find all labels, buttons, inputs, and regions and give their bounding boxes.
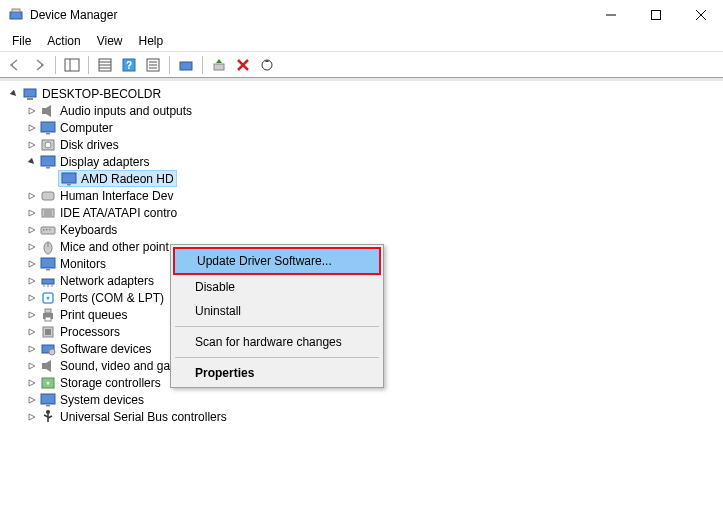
speaker-icon bbox=[40, 358, 56, 374]
svg-rect-64 bbox=[46, 405, 50, 407]
update-driver-button[interactable] bbox=[175, 54, 197, 76]
chevron-right-icon[interactable] bbox=[26, 292, 38, 304]
menu-help[interactable]: Help bbox=[131, 31, 172, 51]
chevron-down-icon[interactable] bbox=[26, 156, 38, 168]
tree-node-label: Disk drives bbox=[60, 138, 119, 152]
disk-icon bbox=[40, 137, 56, 153]
tree-root-label: DESKTOP-BECOLDR bbox=[42, 87, 161, 101]
minimize-button[interactable] bbox=[588, 0, 633, 30]
tree-leaf-selected[interactable]: AMD Radeon HD bbox=[8, 170, 723, 187]
ctx-disable[interactable]: Disable bbox=[173, 275, 381, 299]
uninstall-button[interactable] bbox=[232, 54, 254, 76]
chevron-right-icon[interactable] bbox=[26, 224, 38, 236]
monitor-icon bbox=[40, 120, 56, 136]
svg-rect-23 bbox=[24, 89, 36, 97]
svg-rect-31 bbox=[46, 167, 50, 169]
hid-icon bbox=[40, 188, 56, 204]
selected-device-label: AMD Radeon HD bbox=[81, 172, 174, 186]
ctx-update-driver[interactable]: Update Driver Software... bbox=[173, 247, 381, 275]
network-icon bbox=[40, 273, 56, 289]
svg-rect-54 bbox=[45, 309, 51, 313]
svg-rect-1 bbox=[12, 9, 20, 12]
tree-node-label: Ports (COM & LPT) bbox=[60, 291, 164, 305]
chevron-right-icon[interactable] bbox=[26, 241, 38, 253]
forward-button[interactable] bbox=[28, 54, 50, 76]
chevron-right-icon[interactable] bbox=[26, 105, 38, 117]
tree-node[interactable]: Display adapters bbox=[8, 153, 723, 170]
tree-node-label: Computer bbox=[60, 121, 113, 135]
tree-node-label: Display adapters bbox=[60, 155, 149, 169]
toolbar-separator bbox=[202, 56, 203, 74]
menu-action[interactable]: Action bbox=[39, 31, 88, 51]
tree-node[interactable]: Audio inputs and outputs bbox=[8, 102, 723, 119]
tree-node[interactable]: IDE ATA/ATAPI contro bbox=[8, 204, 723, 221]
monitor-icon bbox=[40, 392, 56, 408]
scan-hardware-button[interactable] bbox=[256, 54, 278, 76]
port-icon bbox=[40, 290, 56, 306]
chevron-right-icon[interactable] bbox=[26, 190, 38, 202]
chevron-down-icon[interactable] bbox=[8, 88, 20, 100]
tree-node-label: Universal Serial Bus controllers bbox=[60, 410, 227, 424]
tree-node-label: Monitors bbox=[60, 257, 106, 271]
svg-rect-3 bbox=[651, 11, 660, 20]
show-hide-tree-button[interactable] bbox=[61, 54, 83, 76]
menu-file[interactable]: File bbox=[4, 31, 39, 51]
svg-rect-25 bbox=[42, 108, 46, 114]
chevron-right-icon[interactable] bbox=[26, 122, 38, 134]
tree-node[interactable]: Computer bbox=[8, 119, 723, 136]
tree-root[interactable]: DESKTOP-BECOLDR bbox=[8, 85, 723, 102]
chevron-right-icon[interactable] bbox=[26, 139, 38, 151]
close-button[interactable] bbox=[678, 0, 723, 30]
svg-rect-18 bbox=[180, 62, 192, 70]
svg-text:?: ? bbox=[126, 60, 132, 71]
chevron-right-icon[interactable] bbox=[26, 411, 38, 423]
tree-node-label: IDE ATA/ATAPI contro bbox=[60, 206, 177, 220]
maximize-button[interactable] bbox=[633, 0, 678, 30]
help-button[interactable]: ? bbox=[118, 54, 140, 76]
tree-node[interactable]: System devices bbox=[8, 391, 723, 408]
chevron-right-icon[interactable] bbox=[26, 309, 38, 321]
cpu-icon bbox=[40, 324, 56, 340]
enable-button[interactable] bbox=[208, 54, 230, 76]
tree-node[interactable]: Disk drives bbox=[8, 136, 723, 153]
chevron-right-icon[interactable] bbox=[26, 275, 38, 287]
printer-icon bbox=[40, 307, 56, 323]
chevron-right-icon[interactable] bbox=[26, 394, 38, 406]
back-button[interactable] bbox=[4, 54, 26, 76]
tree-node[interactable]: Universal Serial Bus controllers bbox=[8, 408, 723, 425]
chevron-right-icon[interactable] bbox=[26, 326, 38, 338]
software-icon bbox=[40, 341, 56, 357]
tree-node-label: Keyboards bbox=[60, 223, 117, 237]
chevron-right-icon[interactable] bbox=[26, 360, 38, 372]
svg-rect-24 bbox=[27, 98, 33, 100]
svg-point-62 bbox=[47, 381, 50, 384]
tree-node[interactable]: Keyboards bbox=[8, 221, 723, 238]
svg-rect-33 bbox=[67, 184, 71, 186]
ctx-properties[interactable]: Properties bbox=[173, 361, 381, 385]
properties-button[interactable] bbox=[142, 54, 164, 76]
tree-node[interactable]: Human Interface Dev bbox=[8, 187, 723, 204]
monitor-icon bbox=[40, 256, 56, 272]
tree-node-label: Software devices bbox=[60, 342, 151, 356]
ctx-uninstall[interactable]: Uninstall bbox=[173, 299, 381, 323]
svg-rect-42 bbox=[49, 229, 51, 231]
chevron-right-icon[interactable] bbox=[26, 377, 38, 389]
svg-point-65 bbox=[46, 410, 50, 414]
svg-rect-19 bbox=[214, 64, 224, 70]
storage-icon bbox=[40, 375, 56, 391]
tree-node-label: Human Interface Dev bbox=[60, 189, 173, 203]
menu-view[interactable]: View bbox=[89, 31, 131, 51]
chevron-right-icon[interactable] bbox=[26, 343, 38, 355]
ctx-scan[interactable]: Scan for hardware changes bbox=[173, 330, 381, 354]
toolbar-separator bbox=[169, 56, 170, 74]
context-menu: Update Driver Software... Disable Uninst… bbox=[170, 244, 384, 388]
svg-rect-47 bbox=[42, 279, 54, 284]
svg-rect-60 bbox=[42, 363, 46, 369]
details-button[interactable] bbox=[94, 54, 116, 76]
svg-rect-55 bbox=[45, 317, 51, 321]
device-tree[interactable]: DESKTOP-BECOLDR Audio inputs and outputs… bbox=[0, 81, 723, 508]
tree-node-label: Audio inputs and outputs bbox=[60, 104, 192, 118]
chevron-right-icon[interactable] bbox=[26, 258, 38, 270]
chevron-right-icon[interactable] bbox=[26, 207, 38, 219]
tree-node-label: Network adapters bbox=[60, 274, 154, 288]
